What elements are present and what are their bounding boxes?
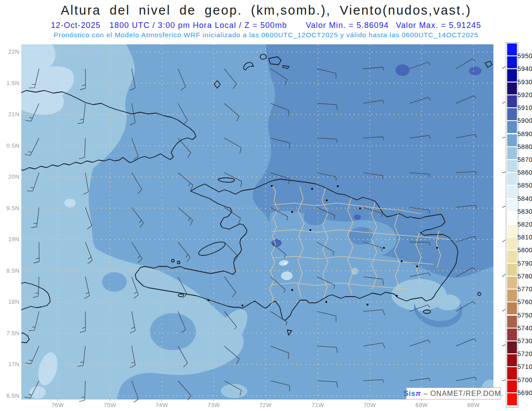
colorbar-segment (507, 264, 517, 276)
shade-blob-d2-4 (354, 215, 361, 220)
shade-speck-l1-1 (64, 199, 76, 207)
lon-tick (317, 399, 318, 401)
colorbar-segment (507, 199, 517, 211)
lat-label-1.5N: 1.5N (2, 80, 20, 86)
lat-label-8.5N: 8.5N (2, 267, 20, 274)
lon-tick (265, 399, 266, 401)
shade-blob-d2-1 (395, 64, 410, 76)
shade-blob-l2-2 (435, 294, 460, 310)
colorbar-segment (507, 56, 517, 68)
shade-lake-l1-2 (281, 271, 293, 280)
colorbar-segment (507, 82, 517, 94)
shade-blob-d-2 (304, 209, 326, 225)
colorbar-label-5720: 5720 (517, 350, 532, 357)
colorbar-label-5920: 5920 (517, 91, 532, 98)
colorbar-label-5810: 5810 (517, 234, 532, 241)
colorbar-label-5760: 5760 (517, 298, 532, 305)
shade-speck-l1-3 (30, 386, 46, 399)
lat-label-20N: 20N (2, 173, 20, 180)
watermark-pi-icon: π (415, 390, 421, 398)
shade-blob-m-2 (150, 313, 196, 350)
colorbar-segment (507, 121, 517, 133)
lon-label-73W: 73W (203, 402, 224, 408)
lat-label-22N: 22N (2, 48, 20, 55)
lon-label-75W: 75W (99, 402, 121, 408)
watermark-credit: – ONAMET/REP.DOM. (421, 390, 504, 398)
lat-label-17N: 17N (2, 361, 20, 368)
colorbar-segment (507, 380, 517, 392)
lon-label-76W: 76W (47, 402, 68, 408)
colorbar-segment (507, 290, 517, 301)
lon-label-70W: 70W (359, 402, 380, 408)
colorbar-label-5880: 5880 (517, 143, 532, 150)
colorbar-label-5730: 5730 (517, 337, 532, 344)
colorbar-label-5700: 5700 (517, 376, 532, 384)
colorbar-label-5890: 5890 (517, 130, 532, 137)
colorbar-segment (507, 186, 517, 198)
lon-tick (369, 399, 370, 401)
shade-blob-m-1 (102, 272, 127, 292)
colorbar-segment (507, 341, 517, 353)
colorbar-segment (507, 225, 517, 237)
shade-blob-m-3 (129, 236, 153, 250)
lon-tick (213, 399, 214, 401)
colorbar-label-5910: 5910 (517, 104, 532, 111)
shade-lake-white (285, 262, 287, 265)
colorbar-segment (507, 212, 517, 224)
colorbar-label-5900: 5900 (517, 117, 532, 124)
colorbar-label-5790: 5790 (517, 260, 532, 267)
colorbar-label-5750: 5750 (517, 312, 532, 319)
colorbar-segment (507, 251, 517, 262)
colorbar-segment (507, 95, 517, 107)
lat-label-6.5N: 6.5N (2, 392, 20, 399)
shade-blob-d2-3 (272, 239, 282, 247)
weather-map-page: Altura del nivel de geop. (km,somb.), Vi… (0, 0, 532, 411)
lon-label-72W: 72W (255, 402, 276, 408)
watermark-box: Sisπ – ONAMET/REP.DOM. (406, 388, 501, 399)
colorbar-label-5770: 5770 (517, 286, 532, 293)
lat-label-9.5N: 9.5N (2, 205, 20, 211)
colorbar-segment (507, 108, 517, 120)
lon-label-68W: 68W (463, 402, 484, 408)
shade-blob-d2-2 (469, 67, 481, 75)
colorbar-label-5710: 5710 (517, 363, 532, 370)
lon-label-69W: 69W (411, 402, 432, 408)
colorbar-segment (507, 367, 517, 379)
colorbar-segment (507, 277, 517, 289)
colorbar-label-5850: 5850 (517, 182, 532, 189)
map-canvas (0, 0, 532, 411)
colorbar-label-5740: 5740 (517, 325, 532, 332)
colorbar-label-5840: 5840 (517, 195, 532, 202)
colorbar-segment (507, 147, 517, 159)
colorbar-segment (507, 160, 517, 172)
colorbar (506, 42, 518, 407)
colorbar-label-5870: 5870 (517, 156, 532, 163)
lon-label-74W: 74W (151, 402, 172, 408)
lat-label-21N: 21N (2, 111, 20, 117)
colorbar-segment (507, 173, 517, 185)
colorbar-segment (507, 316, 517, 328)
colorbar-label-5780: 5780 (517, 273, 532, 280)
colorbar-segment (507, 302, 517, 314)
lon-tick (161, 399, 162, 401)
colorbar-label-5830: 5830 (517, 208, 532, 215)
colorbar-label-5690: 5690 (517, 389, 532, 396)
lat-label-18N: 18N (2, 298, 20, 305)
colorbar-label-5940: 5940 (517, 65, 532, 72)
lat-label-7.5N: 7.5N (2, 330, 20, 337)
lon-label-71W: 71W (307, 402, 329, 408)
colorbar-segment (507, 354, 517, 366)
colorbar-segment (507, 393, 517, 405)
colorbar-segment (507, 134, 517, 146)
colorbar-segment (507, 43, 517, 55)
colorbar-label-5820: 5820 (517, 221, 532, 228)
lon-tick (110, 399, 110, 401)
colorbar-label-5950: 5950 (517, 52, 532, 59)
colorbar-label-5800: 5800 (517, 247, 532, 254)
lat-label-19N: 19N (2, 236, 20, 243)
colorbar-segment (507, 329, 517, 341)
colorbar-label-5860: 5860 (517, 169, 532, 176)
lat-label-0.5N: 0.5N (2, 142, 20, 149)
watermark-sis: Sis (403, 390, 415, 398)
colorbar-label-5930: 5930 (517, 78, 532, 86)
